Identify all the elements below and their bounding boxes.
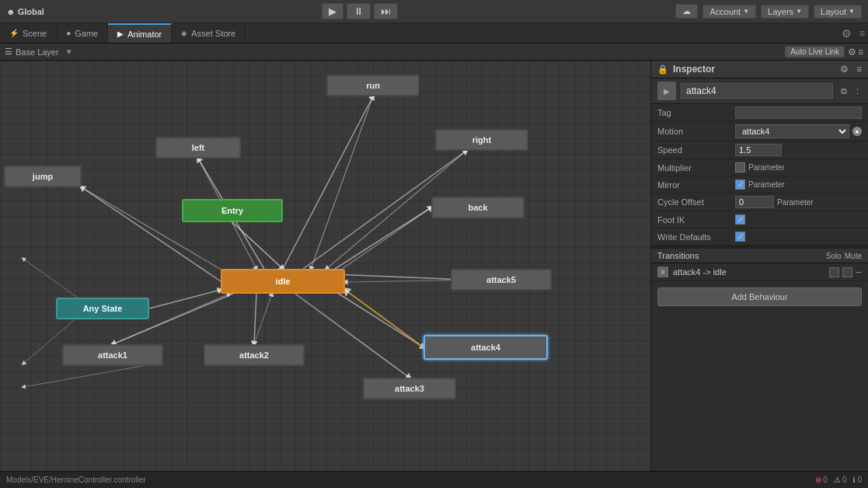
inspector-options-icon[interactable]: ⚙ <box>840 64 849 75</box>
error-count: 0 <box>823 476 828 484</box>
state-run[interactable]: run <box>326 75 420 96</box>
transition-name[interactable]: attack4 -> idle <box>673 267 829 277</box>
logo-label: ☻ Global <box>6 7 44 16</box>
state-any-state-label: Any State <box>83 304 123 313</box>
state-left[interactable]: left <box>155 137 241 159</box>
mirror-param-label[interactable]: Parameter <box>748 180 785 189</box>
warning-status[interactable]: ⚠ 0 <box>834 476 847 484</box>
transition-solo-check[interactable] <box>829 267 839 277</box>
transition-remove-icon[interactable]: − <box>856 266 862 278</box>
warning-count: 0 <box>842 476 847 484</box>
state-idle[interactable]: idle <box>221 269 345 294</box>
inspector-menu-icon[interactable]: ≡ <box>856 64 862 75</box>
write-defaults-checkbox[interactable]: ✓ <box>735 232 745 242</box>
mirror-row: Mirror ✓ Parameter <box>651 176 868 193</box>
subbar-menu-icon[interactable]: ≡ <box>858 47 863 58</box>
cycle-offset-param-label[interactable]: Parameter <box>777 198 814 207</box>
svg-line-11 <box>334 274 466 280</box>
warning-icon: ⚠ <box>834 476 841 484</box>
copy-icon[interactable]: ⧉ <box>841 86 847 96</box>
svg-line-22 <box>23 259 78 298</box>
write-defaults-label: Write Defaults <box>657 232 735 242</box>
cycle-offset-value: Parameter <box>735 196 862 208</box>
state-attack5-label: attack5 <box>486 275 516 284</box>
transition-row: ≡ attack4 -> idle − <box>651 263 868 281</box>
svg-line-9 <box>295 294 410 378</box>
solo-label: Solo <box>826 252 842 260</box>
state-attack4-label: attack4 <box>471 343 500 352</box>
tab-scene[interactable]: ⚡ Scene <box>0 23 57 43</box>
auto-live-button[interactable]: Auto Live Link <box>785 46 845 58</box>
info-status[interactable]: ℹ 0 <box>852 476 862 484</box>
state-any-state[interactable]: Any State <box>56 298 149 319</box>
svg-line-6 <box>326 207 431 274</box>
layout-dropdown[interactable]: Layout <box>814 5 862 19</box>
inspector-name-row: ▶ ⧉ ⋮ <box>651 78 868 104</box>
svg-line-24 <box>23 364 155 387</box>
transitions-label: Transitions <box>657 251 826 260</box>
transition-mute-check[interactable] <box>842 267 852 277</box>
state-jump[interactable]: jump <box>4 166 82 187</box>
state-attack2[interactable]: attack2 <box>204 344 305 366</box>
state-attack3-label: attack3 <box>395 384 424 393</box>
state-attack4[interactable]: attack4 <box>424 335 548 360</box>
speed-input[interactable] <box>735 144 782 156</box>
add-behaviour-button[interactable]: Add Behaviour <box>657 288 862 306</box>
mirror-checkbox[interactable]: ✓ <box>735 180 745 190</box>
kebab-icon[interactable]: ⋮ <box>853 86 862 96</box>
step-button[interactable]: ⏭ <box>374 3 398 19</box>
layers-dropdown[interactable]: Layers <box>761 5 809 19</box>
tag-input[interactable] <box>735 106 862 119</box>
pause-button[interactable]: ⏸ <box>347 3 371 19</box>
error-status[interactable]: ⊗ 0 <box>815 476 828 484</box>
state-attack1[interactable]: attack1 <box>62 344 163 366</box>
info-icon: ℹ <box>852 476 856 484</box>
inspector-header: 🔒 Inspector ⚙ ≡ <box>651 61 868 78</box>
main-area: run left right jump Entry back idle Any … <box>0 61 868 471</box>
state-attack5[interactable]: attack5 <box>451 269 552 291</box>
game-tab-icon: ● <box>66 29 71 37</box>
tab-game[interactable]: ● Game <box>57 23 108 43</box>
layer-dropdown-icon[interactable]: ▼ <box>65 47 73 56</box>
tab-asset-store[interactable]: ◈ Asset Store <box>172 23 246 43</box>
motion-select-dot[interactable]: ● <box>852 127 862 136</box>
asset-store-tab-label: Asset Store <box>191 29 235 38</box>
account-dropdown[interactable]: Account <box>702 5 756 19</box>
transition-icon: ≡ <box>657 267 668 277</box>
hamburger-icon[interactable]: ☰ <box>5 47 12 57</box>
arrows-svg <box>0 61 650 471</box>
component-avatar: ▶ <box>657 82 676 100</box>
cycle-offset-row: Cycle Offset Parameter <box>651 193 868 211</box>
status-path: Models/EVE/HeroineController.controller <box>6 476 815 484</box>
state-attack3[interactable]: attack3 <box>363 378 456 399</box>
error-icon: ⊗ <box>815 476 821 484</box>
state-back[interactable]: back <box>431 197 525 218</box>
tab-animator[interactable]: ▶ Animator <box>108 23 172 43</box>
svg-line-12 <box>149 290 221 308</box>
foot-ik-row: Foot IK ✓ <box>651 211 868 228</box>
state-jump-label: jump <box>33 172 53 181</box>
state-right-label: right <box>472 135 491 145</box>
state-right[interactable]: right <box>435 129 528 151</box>
motion-select[interactable]: attack4 <box>735 124 849 138</box>
multiplier-row: Multiplier Parameter <box>651 159 868 176</box>
cycle-offset-input[interactable] <box>735 196 774 208</box>
state-entry[interactable]: Entry <box>182 199 283 222</box>
animator-canvas[interactable]: run left right jump Entry back idle Any … <box>0 61 650 471</box>
animator-tab-icon: ▶ <box>117 30 124 38</box>
tab-settings-icon[interactable]: ⚙ <box>837 27 856 40</box>
play-controls: ▶ ⏸ ⏭ <box>322 3 398 19</box>
tab-menu-icon[interactable]: ≡ <box>856 28 868 39</box>
state-attack1-label: attack1 <box>98 350 127 360</box>
play-button[interactable]: ▶ <box>322 3 343 19</box>
motion-row: Motion attack4 ● <box>651 122 868 141</box>
inspector-title: Inspector <box>673 64 835 75</box>
multiplier-checkbox[interactable] <box>735 162 745 173</box>
subbar-settings-icon[interactable]: ⚙ <box>848 47 856 58</box>
svg-line-18 <box>334 207 431 274</box>
component-name-input[interactable] <box>681 83 833 99</box>
cloud-button[interactable]: ☁ <box>675 4 698 19</box>
foot-ik-checkbox[interactable]: ✓ <box>735 214 745 225</box>
animator-tab-label: Animator <box>127 30 162 39</box>
multiplier-param-label[interactable]: Parameter <box>748 163 785 172</box>
